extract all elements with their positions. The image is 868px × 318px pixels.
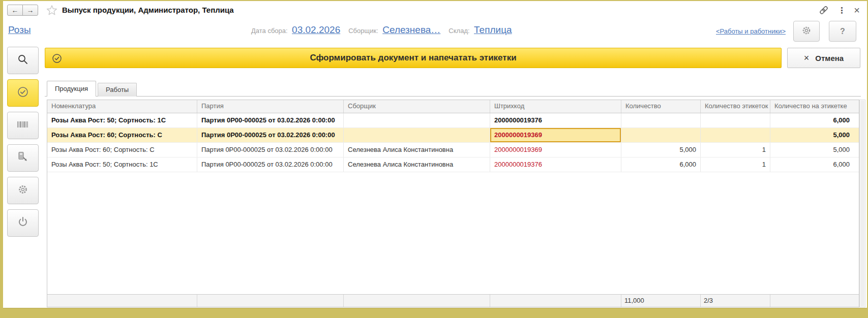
table-cell[interactable]: Селезнева Алиса Константиновна (343, 143, 490, 157)
table-cell[interactable] (621, 128, 700, 142)
products-table-empty-area[interactable] (47, 172, 859, 294)
barcode-icon (16, 120, 29, 131)
more-menu-icon[interactable]: ⋮ (837, 6, 846, 15)
table-cell[interactable]: Розы Аква Рост: 50; Сортность: 1С (47, 157, 197, 172)
table-cell[interactable]: Розы Аква Рост: 60; Сортность: С (47, 128, 197, 142)
footer-quantity-total: 11,000 (621, 295, 700, 307)
collect-date-label: Дата сбора: (251, 27, 288, 35)
collector-label: Сборщик: (348, 27, 378, 35)
cancel-label: Отмена (815, 54, 844, 62)
help-button[interactable]: ? (829, 21, 856, 42)
footer-cell (47, 295, 197, 307)
products-table-body: Розы Аква Рост: 50; Сортность: 1СПартия … (47, 113, 859, 172)
sidebar-power-button[interactable] (7, 209, 39, 237)
form-header: Розы Дата сбора: 03.02.2026 Сборщик: Сел… (3, 19, 867, 46)
sidebar-confirm-button[interactable] (7, 79, 39, 107)
table-cell[interactable]: Партия 0Р00-000025 от 03.02.2026 0:00:00 (197, 143, 343, 157)
table-cell[interactable] (700, 113, 770, 128)
table-cell[interactable]: 6,000 (770, 113, 858, 128)
barcode-cell[interactable]: 2000000019369 (490, 143, 621, 157)
table-cell[interactable]: 1 (700, 157, 770, 172)
table-row[interactable]: Розы Аква Рост: 50; Сортность: 1СПартия … (47, 113, 859, 128)
column-header[interactable]: Штрихкод (490, 100, 621, 113)
search-icon (17, 53, 29, 68)
generate-document-label: Сформировать документ и напечатать этике… (310, 53, 516, 63)
tab-works[interactable]: Работы (98, 83, 137, 97)
barcode-cell[interactable]: 2000000019369 (490, 128, 621, 142)
table-cell[interactable] (343, 113, 490, 128)
gear-icon (801, 25, 812, 38)
table-cell[interactable]: 6,000 (621, 157, 700, 172)
column-header[interactable]: Партия (197, 100, 343, 113)
scrollbar-thumb[interactable] (860, 101, 864, 306)
collect-date-value[interactable]: 03.02.2026 (292, 24, 340, 35)
help-label: ? (840, 27, 845, 36)
warehouse-value[interactable]: Теплица (474, 24, 512, 35)
check-circle-icon (52, 53, 62, 66)
table-cell[interactable]: Партия 0Р00-000025 от 03.02.2026 0:00:00 (197, 128, 343, 142)
field-warehouse: Склад: Теплица (448, 24, 512, 36)
field-collector: Сборщик: Селезнева… (348, 24, 440, 36)
products-table: НоменклатураПартияСборщикШтрихкодКоличес… (47, 100, 859, 307)
table-cell[interactable]: 1 (700, 143, 770, 157)
tab-products[interactable]: Продукция (47, 81, 96, 97)
table-cell[interactable]: 6,000 (770, 157, 858, 172)
table-cell[interactable]: 5,000 (621, 143, 700, 157)
settings-button[interactable] (793, 21, 820, 42)
column-header[interactable]: Количество этикеток (700, 100, 770, 113)
barcode-cell[interactable]: 2000000019376 (490, 113, 621, 128)
sidebar-settings-button[interactable] (7, 177, 39, 204)
header-fields: Дата сбора: 03.02.2026 Сборщик: Селезнев… (251, 24, 512, 36)
works-and-workers-link[interactable]: <Работы и работники> (716, 27, 786, 35)
barcode-edit-field[interactable]: 2000000019369 (490, 128, 621, 142)
history-nav: ← → (7, 5, 38, 16)
data-terminal-icon (17, 151, 29, 165)
table-row[interactable]: Розы Аква Рост: 60; Сортность: СПартия 0… (47, 143, 859, 157)
footer-cell (490, 295, 621, 307)
close-icon[interactable]: × (854, 5, 860, 15)
products-table-header: НоменклатураПартияСборщикШтрихкодКоличес… (47, 100, 859, 113)
field-collect-date: Дата сбора: 03.02.2026 (251, 24, 340, 36)
window-title: Выпуск продукции, Администратор, Теплица (62, 6, 234, 14)
sidebar-data-terminal-button[interactable] (7, 144, 39, 172)
column-header[interactable]: Сборщик (343, 100, 490, 113)
tab-panel-border (45, 96, 861, 97)
form-window: ← → Выпуск продукции, Администратор, Теп… (3, 1, 867, 308)
back-button[interactable]: ← (7, 5, 23, 16)
favorite-star-icon[interactable] (46, 5, 57, 16)
column-header[interactable]: Количество (621, 100, 700, 113)
footer-cell (343, 295, 490, 307)
collector-value[interactable]: Селезнева… (382, 24, 440, 35)
sidebar-barcode-button[interactable] (7, 112, 39, 139)
footer-labels-total: 2/3 (700, 295, 770, 307)
table-cell[interactable]: Розы Аква Рост: 60; Сортность: С (47, 143, 197, 157)
table-row[interactable]: Розы Аква Рост: 60; Сортность: СПартия 0… (47, 128, 859, 143)
warehouse-label: Склад: (448, 27, 469, 35)
title-bar: ← → Выпуск продукции, Администратор, Теп… (3, 1, 867, 19)
table-vertical-scrollbar[interactable] (859, 100, 865, 307)
table-row[interactable]: Розы Аква Рост: 50; Сортность: 1СПартия … (47, 157, 859, 172)
column-header[interactable]: Количество на этикетке (770, 100, 858, 113)
barcode-cell[interactable]: 2000000019376 (490, 157, 621, 172)
footer-cell (770, 295, 858, 307)
gear-icon (17, 183, 29, 198)
table-cell[interactable]: Партия 0Р00-000025 от 03.02.2026 0:00:00 (197, 157, 343, 172)
table-cell[interactable]: Селезнева Алиса Константиновна (343, 157, 490, 172)
table-cell[interactable]: 5,000 (770, 128, 858, 142)
generate-document-button[interactable]: Сформировать документ и напечатать этике… (45, 48, 782, 68)
table-cell[interactable] (343, 128, 490, 142)
products-table-footer: 11,0002/3 (47, 294, 859, 307)
get-link-icon[interactable] (818, 5, 829, 16)
forward-button[interactable]: → (22, 5, 38, 16)
sidebar-search-button[interactable] (7, 47, 39, 74)
table-cell[interactable]: Партия 0Р00-000025 от 03.02.2026 0:00:00 (197, 113, 343, 128)
table-cell[interactable] (621, 113, 700, 128)
tab-strip: Продукция Работы (47, 81, 137, 97)
table-cell[interactable]: Розы Аква Рост: 50; Сортность: 1С (47, 113, 197, 128)
power-icon (17, 216, 29, 230)
column-header[interactable]: Номенклатура (47, 100, 197, 113)
nomenclature-link[interactable]: Розы (8, 24, 31, 36)
table-cell[interactable] (700, 128, 770, 142)
cancel-button[interactable]: × Отмена (787, 48, 860, 68)
table-cell[interactable]: 5,000 (770, 143, 858, 157)
